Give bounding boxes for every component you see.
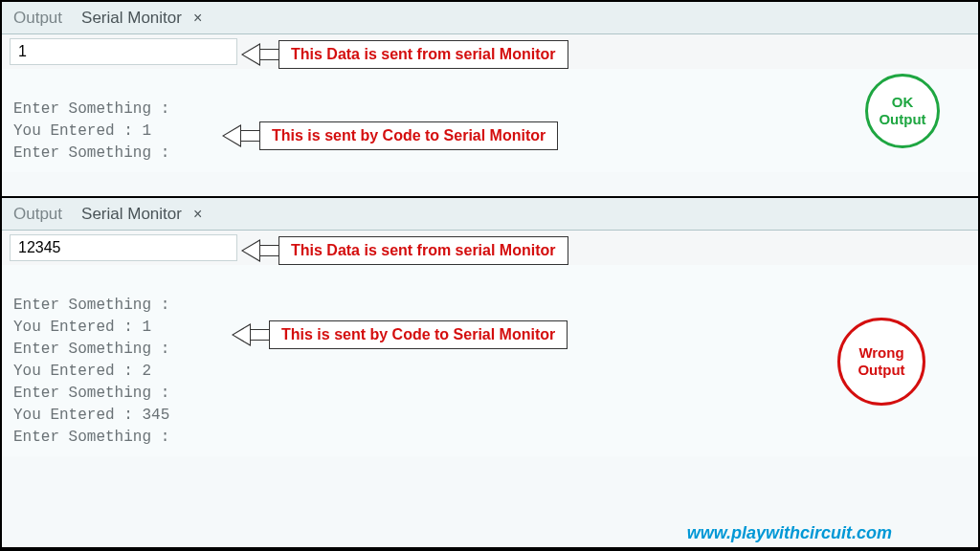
tab-serial-label: Serial Monitor [81,9,182,28]
tab-serial-monitor[interactable]: Serial Monitor × [81,205,206,224]
close-icon[interactable]: × [189,10,206,27]
badge-line2: Output [879,111,925,128]
callout-arrow-bottom-2: This is sent by Code to Serial Monitor [232,320,568,349]
tab-serial-label: Serial Monitor [81,205,182,224]
callout-label: This is sent by Code to Serial Monitor [259,121,558,150]
arrow-stem [250,329,269,341]
callout-label: This is sent by Code to Serial Monitor [269,320,568,349]
callout-label: This Data is sent from serial Monitor [278,40,568,69]
panel-wrong: Output Serial Monitor × Enter Something … [2,198,978,549]
tab-output[interactable]: Output [13,9,62,28]
serial-output: Enter Something : You Entered : 1 Enter … [2,69,978,172]
arrow-stem [240,130,259,142]
tab-serial-monitor[interactable]: Serial Monitor × [81,9,206,28]
panel-ok: Output Serial Monitor × Enter Something … [2,2,978,198]
arrow-stem [259,245,278,256]
close-icon[interactable]: × [189,206,206,223]
badge-line1: Wrong [858,344,903,362]
arrow-left-icon [232,323,251,346]
arrow-left-icon [241,239,260,262]
callout-arrow-top-2: This is sent by Code to Serial Monitor [222,121,558,150]
tab-bar: Output Serial Monitor × [2,2,978,34]
arrow-left-icon [241,43,260,66]
serial-input[interactable] [10,38,237,65]
arrow-stem [259,49,278,60]
callout-label: This Data is sent from serial Monitor [278,236,568,265]
callout-arrow-top-1: This Data is sent from serial Monitor [241,40,568,69]
watermark: www.playwithcircuit.com [687,523,892,543]
callout-arrow-bottom-1: This Data is sent from serial Monitor [241,236,568,265]
arrow-left-icon [222,124,241,147]
badge-line2: Output [858,362,904,379]
tab-output[interactable]: Output [13,205,62,224]
badge-ok: OK Output [865,74,940,148]
badge-line1: OK [892,94,914,111]
badge-wrong: Wrong Output [837,318,925,406]
serial-output: Enter Something : You Entered : 1 Enter … [2,265,978,456]
tab-bar: Output Serial Monitor × [2,198,978,231]
serial-input[interactable] [10,234,237,261]
